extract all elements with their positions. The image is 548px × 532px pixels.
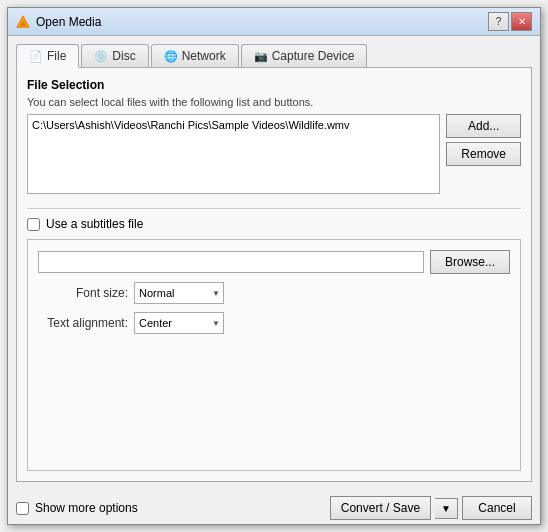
tab-network[interactable]: 🌐 Network <box>151 44 239 67</box>
font-size-select[interactable]: Smaller Small Normal Large Larger <box>134 282 224 304</box>
window-title: Open Media <box>36 15 101 29</box>
file-path: C:\Users\Ashish\Videos\Ranchi Pics\Sampl… <box>32 119 350 131</box>
file-description: You can select local files with the foll… <box>27 96 521 108</box>
svg-marker-0 <box>17 15 29 26</box>
network-tab-icon: 🌐 <box>164 50 178 63</box>
font-size-label: Font size: <box>38 286 128 300</box>
file-section-title: File Selection <box>27 78 521 92</box>
remove-button[interactable]: Remove <box>446 142 521 166</box>
tab-file-content: File Selection You can select local file… <box>16 67 532 482</box>
text-alignment-row: Text alignment: Left Center Right <box>38 312 510 334</box>
tab-capture-label: Capture Device <box>272 49 355 63</box>
subtitles-checkbox-label: Use a subtitles file <box>46 217 143 231</box>
bottom-bar: Show more options Convert / Save ▼ Cance… <box>8 490 540 524</box>
capture-tab-icon: 📷 <box>254 50 268 63</box>
tab-capture[interactable]: 📷 Capture Device <box>241 44 368 67</box>
add-button[interactable]: Add... <box>446 114 521 138</box>
show-more-checkbox[interactable] <box>16 502 29 515</box>
text-alignment-select-wrapper: Left Center Right <box>134 312 224 334</box>
font-size-select-wrapper: Smaller Small Normal Large Larger <box>134 282 224 304</box>
tab-network-label: Network <box>182 49 226 63</box>
file-buttons: Add... Remove <box>446 114 521 194</box>
separator <box>27 208 521 209</box>
svg-rect-1 <box>20 23 25 25</box>
text-alignment-label: Text alignment: <box>38 316 128 330</box>
show-more-row: Show more options <box>16 501 138 515</box>
subtitle-browse-button[interactable]: Browse... <box>430 250 510 274</box>
subtitle-file-row: Browse... <box>38 250 510 274</box>
cancel-button[interactable]: Cancel <box>462 496 532 520</box>
tab-disc[interactable]: 💿 Disc <box>81 44 148 67</box>
convert-save-dropdown-arrow[interactable]: ▼ <box>435 498 458 519</box>
svg-rect-2 <box>21 22 25 24</box>
open-media-dialog: Open Media ? ✕ 📄 File 💿 Disc 🌐 Network 📷 <box>7 7 541 525</box>
tab-disc-label: Disc <box>112 49 135 63</box>
subtitles-checkbox[interactable] <box>27 218 40 231</box>
dialog-content: 📄 File 💿 Disc 🌐 Network 📷 Capture Device… <box>8 36 540 490</box>
subtitles-checkbox-row: Use a subtitles file <box>27 217 521 231</box>
close-button[interactable]: ✕ <box>511 12 532 31</box>
file-tab-icon: 📄 <box>29 50 43 63</box>
disc-tab-icon: 💿 <box>94 50 108 63</box>
subtitle-options-box: Browse... Font size: Smaller Small Norma… <box>27 239 521 471</box>
tab-file-label: File <box>47 49 66 63</box>
titlebar-left: Open Media <box>16 15 101 29</box>
convert-save-button[interactable]: Convert / Save <box>330 496 431 520</box>
font-size-row: Font size: Smaller Small Normal Large La… <box>38 282 510 304</box>
vlc-icon <box>16 15 30 29</box>
titlebar: Open Media ? ✕ <box>8 8 540 36</box>
file-area: C:\Users\Ashish\Videos\Ranchi Pics\Sampl… <box>27 114 521 194</box>
help-button[interactable]: ? <box>488 12 509 31</box>
tab-file[interactable]: 📄 File <box>16 44 79 68</box>
bottom-buttons: Convert / Save ▼ Cancel <box>330 496 532 520</box>
file-list[interactable]: C:\Users\Ashish\Videos\Ranchi Pics\Sampl… <box>27 114 440 194</box>
subtitle-file-input[interactable] <box>38 251 424 273</box>
show-more-label: Show more options <box>35 501 138 515</box>
titlebar-buttons: ? ✕ <box>488 12 532 31</box>
tab-bar: 📄 File 💿 Disc 🌐 Network 📷 Capture Device <box>16 44 532 67</box>
text-alignment-select[interactable]: Left Center Right <box>134 312 224 334</box>
